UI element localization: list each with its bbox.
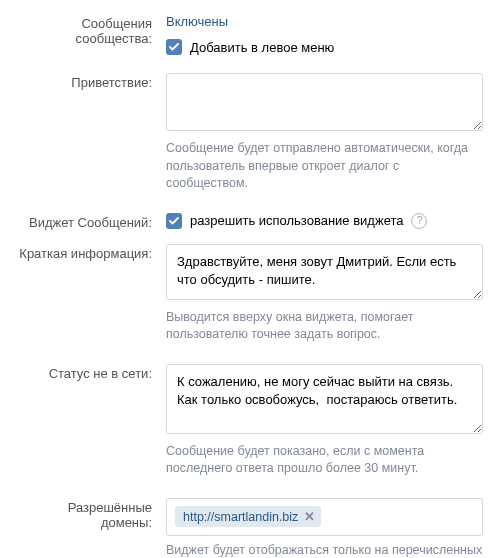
domain-token-text: http://smartlandin.biz xyxy=(183,510,298,524)
community-messages-value[interactable]: Включены xyxy=(166,14,228,29)
widget-row: Виджет Сообщений: разрешить использовани… xyxy=(18,209,483,230)
widget-allow-label: разрешить использование виджета xyxy=(190,213,403,228)
add-to-menu-checkbox[interactable] xyxy=(166,39,182,55)
short-info-help: Выводится вверху окна виджета, помогает … xyxy=(166,309,483,344)
domains-help: Виджет будет отображаться только на пере… xyxy=(166,542,483,559)
domains-row: Разрешённые домены: http://smartlandin.b… xyxy=(18,494,483,559)
domains-input[interactable]: http://smartlandin.biz ✕ xyxy=(166,498,483,536)
remove-token-icon[interactable]: ✕ xyxy=(304,509,315,524)
greeting-row: Приветствие: Сообщение будет отправлено … xyxy=(18,69,483,203)
offline-textarea[interactable] xyxy=(166,364,483,434)
domain-token[interactable]: http://smartlandin.biz ✕ xyxy=(175,506,321,527)
widget-allow-checkbox[interactable] xyxy=(166,213,182,229)
greeting-help: Сообщение будет отправлено автоматически… xyxy=(166,140,483,193)
domains-label: Разрешённые домены: xyxy=(18,494,166,530)
community-messages-label: Сообщения сообщества: xyxy=(18,10,166,46)
widget-label: Виджет Сообщений: xyxy=(18,209,166,230)
greeting-textarea[interactable] xyxy=(166,73,483,131)
add-to-menu-label: Добавить в левое меню xyxy=(190,40,334,55)
offline-help: Сообщение будет показано, если с момента… xyxy=(166,443,483,478)
offline-label: Статус не в сети: xyxy=(18,360,166,381)
short-info-textarea[interactable] xyxy=(166,244,483,300)
greeting-label: Приветствие: xyxy=(18,69,166,90)
offline-row: Статус не в сети: Сообщение будет показа… xyxy=(18,360,483,488)
short-info-label: Краткая информация: xyxy=(18,240,166,261)
help-icon[interactable]: ? xyxy=(411,213,427,229)
community-messages-row: Сообщения сообщества: Включены Добавить … xyxy=(18,10,483,55)
short-info-row: Краткая информация: Выводится вверху окн… xyxy=(18,240,483,354)
